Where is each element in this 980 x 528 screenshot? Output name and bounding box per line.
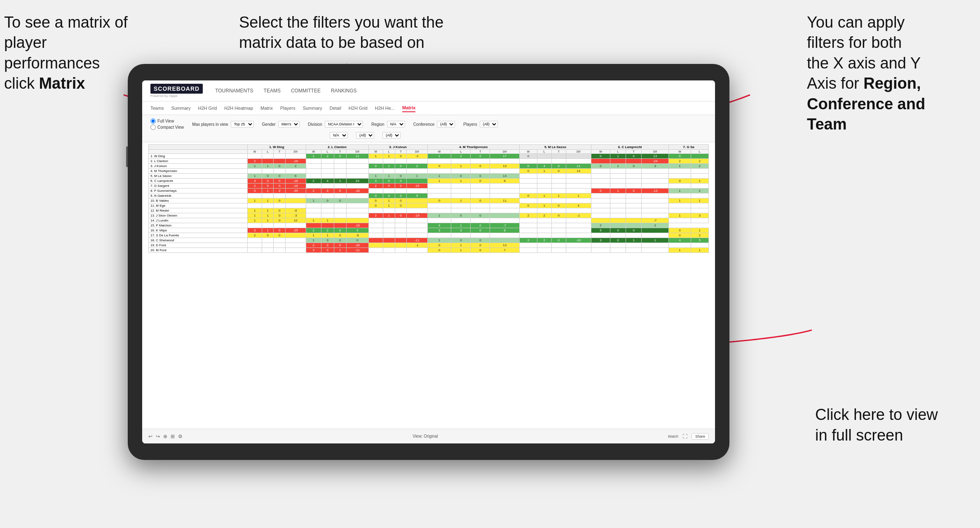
- matrix-container[interactable]: 1. W Ding 2. L Clanton 3. J Koivun 4. M …: [142, 142, 715, 429]
- grid-icon[interactable]: ⊞: [171, 434, 175, 439]
- matrix-cell: [407, 169, 427, 174]
- subnav-teams[interactable]: Teams: [150, 104, 164, 112]
- subnav-summary[interactable]: Summary: [171, 104, 190, 112]
- annotation-right-line3: the X axis and Y: [807, 54, 921, 72]
- matrix-cell: [591, 169, 610, 174]
- matrix-cell: [490, 189, 519, 193]
- col-header-1: 1. W Ding: [248, 145, 306, 150]
- matrix-cell: 2: [368, 184, 383, 189]
- nav-tournaments[interactable]: TOURNAMENTS: [215, 88, 253, 94]
- view-options: Full View Compact View: [150, 118, 184, 130]
- matrix-cell: 1: [427, 238, 451, 243]
- conference-select-2[interactable]: (All): [356, 132, 374, 139]
- matrix-cell: [383, 189, 395, 193]
- sh-d3: Dif: [407, 150, 427, 154]
- fullscreen-icon[interactable]: ⛶: [682, 434, 687, 439]
- nav-committee[interactable]: COMMITTEE: [291, 88, 321, 94]
- matrix-cell: [451, 208, 471, 213]
- subnav-h2hhe[interactable]: H2H He...: [375, 104, 395, 112]
- matrix-cell: [551, 198, 566, 203]
- matrix-cell: [368, 208, 383, 213]
- gender-select[interactable]: Men's: [278, 121, 300, 127]
- matrix-cell: 1: [610, 189, 626, 193]
- matrix-cell: 24: [346, 179, 368, 184]
- matrix-cell: 6: [490, 179, 519, 184]
- matrix-cell: [383, 223, 395, 228]
- matrix-cell: [407, 208, 427, 213]
- subnav-detail[interactable]: Detail: [330, 104, 341, 112]
- matrix-cell: [626, 169, 642, 174]
- compact-view-radio[interactable]: Compact View: [150, 125, 184, 130]
- players-select[interactable]: (All): [480, 121, 498, 127]
- watch-btn[interactable]: Watch: [668, 434, 678, 438]
- region-label: Region: [371, 122, 384, 127]
- table-row: 6. C Lamprecht300-1624124300110601: [149, 179, 709, 184]
- region-select[interactable]: N/A: [387, 121, 405, 127]
- matrix-cell: [490, 169, 519, 174]
- zoom-icon[interactable]: ⊕: [163, 434, 167, 439]
- matrix-cell: 0: [395, 193, 407, 198]
- conference-select[interactable]: (All): [437, 121, 455, 127]
- matrix-cell: [306, 184, 321, 189]
- matrix-cell: 1: [383, 203, 395, 208]
- full-view-radio[interactable]: Full View: [150, 118, 184, 124]
- matrix-cell: 0: [395, 198, 407, 203]
- matrix-cell: 1: [451, 198, 471, 203]
- matrix-cell: [274, 193, 285, 198]
- matrix-cell: 1: [262, 228, 274, 233]
- matrix-cell: [642, 243, 669, 248]
- matrix-cell: [248, 193, 262, 198]
- region-select-2[interactable]: N/A: [330, 132, 348, 139]
- settings-icon[interactable]: ⚙: [178, 434, 183, 439]
- subnav-h2hheatmap[interactable]: H2H Heatmap: [224, 104, 253, 112]
- matrix-cell: [551, 218, 566, 223]
- matrix-cell: [306, 193, 321, 198]
- matrix-cell: 0: [346, 238, 368, 243]
- division-select[interactable]: NCAA Division I: [325, 121, 363, 127]
- nav-rankings[interactable]: RANKINGS: [331, 88, 357, 94]
- max-players-label: Max players in view: [192, 122, 228, 127]
- matrix-cell: [669, 169, 691, 174]
- matrix-cell: 4: [537, 164, 551, 169]
- max-players-select[interactable]: Top 25: [231, 121, 254, 127]
- gender-filter: Gender Men's: [262, 121, 300, 127]
- matrix-cell: 0: [471, 174, 490, 179]
- matrix-cell: 0: [395, 203, 407, 208]
- matrix-cell: [285, 154, 306, 159]
- matrix-cell: 0: [395, 184, 407, 189]
- matrix-cell: [407, 248, 427, 253]
- subnav-summary2[interactable]: Summary: [303, 104, 322, 112]
- matrix-cell: [274, 243, 285, 248]
- undo-icon[interactable]: ↩: [148, 434, 152, 439]
- annotation-right-line5: Conference and: [807, 95, 925, 113]
- matrix-cell: 0: [519, 203, 537, 208]
- subnav-h2hgrid[interactable]: H2H Grid: [198, 104, 217, 112]
- tablet-screen: SCOREBOARD Powered by clippd TOURNAMENTS…: [142, 80, 715, 443]
- matrix-table: 1. W Ding 2. L Clanton 3. J Koivun 4. M …: [148, 144, 709, 253]
- redo-icon[interactable]: ↪: [156, 434, 160, 439]
- matrix-cell: [642, 233, 669, 238]
- matrix-cell: 2: [451, 154, 471, 159]
- matrix-cell: [551, 208, 566, 213]
- matrix-cell: [407, 223, 427, 228]
- conference-label: Conference: [413, 122, 435, 127]
- matrix-cell: [395, 243, 407, 248]
- matrix-cell: 0: [471, 154, 490, 159]
- subnav-matrix-active[interactable]: Matrix: [402, 104, 415, 112]
- subnav-players[interactable]: Players: [280, 104, 295, 112]
- matrix-cell: [566, 179, 591, 184]
- matrix-cell: 3: [427, 228, 451, 233]
- matrix-cell: [346, 184, 368, 189]
- matrix-cell: [427, 233, 451, 238]
- sh-l4: L: [451, 150, 471, 154]
- nav-teams[interactable]: TEAMS: [264, 88, 281, 94]
- subnav-matrix[interactable]: Matrix: [260, 104, 273, 112]
- subnav-h2hgrid2[interactable]: H2H Grid: [349, 104, 368, 112]
- matrix-cell: 2: [691, 164, 708, 169]
- matrix-cell: 0: [321, 243, 334, 248]
- matrix-cell: 2: [691, 233, 708, 238]
- players-select-2[interactable]: (All): [382, 132, 401, 139]
- matrix-cell: 3: [321, 238, 334, 243]
- share-button[interactable]: Share: [692, 433, 709, 440]
- matrix-cell: 0: [395, 174, 407, 179]
